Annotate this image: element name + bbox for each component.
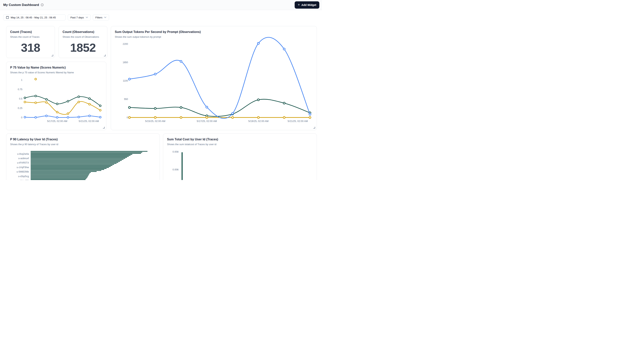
widget-title: Count (Observations) [59,26,107,34]
svg-text:1100: 1100 [123,80,128,82]
widget-tokens-per-second[interactable]: 05501100165022005/15/25, 02:00 AM5/17/25… [111,26,317,130]
widget-subtitle: Shows the count of Traces [6,34,55,38]
svg-text:5/21/25, 02:00 AM: 5/21/25, 02:00 AM [288,120,308,123]
widget-subtitle: Shows the p 90 latency of Traces by user… [6,141,160,146]
svg-text:5/17/25, 02:00 AM: 5/17/25, 02:00 AM [47,120,67,123]
widget-title: Count (Traces) [6,26,55,34]
svg-text:5/17/25, 02:00 AM: 5/17/25, 02:00 AM [197,120,217,123]
plus-icon: + [298,3,300,7]
widget-subtitle: Shows the sum totalcost of Traces by use… [163,141,317,146]
tokens-line-chart[interactable]: 05501100165022005/15/25, 02:00 AM5/17/25… [111,26,317,130]
svg-text:u-8sq2w4a: u-8sq2w4a [17,153,29,155]
widget-p90-latency[interactable]: u-8sq2w4au-aobnuxfu-tFAR5TXu-zVqP3hwu-5M… [6,134,160,180]
svg-text:0: 0 [21,116,22,119]
svg-text:0.75: 0.75 [18,88,22,91]
widget-subtitle: Shows the p 75 value of Scores Numeric f… [6,69,106,74]
filters-dropdown[interactable]: Filters [93,14,109,21]
resize-corner-icon[interactable] [314,127,315,129]
time-preset-dropdown[interactable]: Past 7 days [68,14,91,21]
widget-title: Sum Output Tokens Per Second by Prompt (… [111,26,317,34]
widget-total-cost[interactable]: 0.0060.008 Sum Total Cost by User Id (Tr… [163,134,317,180]
widget-title: P 75 Value by Name (Scores Numeric) [6,62,106,69]
chevron-down-icon [86,17,88,18]
page-title: My Custom Dashboard [3,3,39,7]
svg-text:u-5M8D56k: u-5M8D56k [16,170,29,173]
add-widget-label: Add Widget [301,4,316,7]
count-observations-value: 1852 [59,41,107,54]
svg-text:550: 550 [124,98,128,101]
add-widget-button[interactable]: + Add Widget [295,1,319,9]
filters-label: Filters [96,16,102,19]
widget-count-observations[interactable]: Count (Observations) Shows the count of … [58,26,107,58]
svg-text:0.008: 0.008 [172,151,178,153]
widget-subtitle: Shows the count of Observations [59,34,107,38]
resize-corner-icon[interactable] [103,127,105,129]
info-icon[interactable] [41,4,44,6]
svg-text:2200: 2200 [123,43,128,45]
svg-text:u-tFAR5TX: u-tFAR5TX [17,161,29,164]
resize-corner-icon[interactable] [104,55,106,56]
count-traces-value: 318 [6,41,55,54]
chevron-down-icon [104,17,106,18]
date-range-value: May 14, 25 : 08:45 - May 21, 25 : 08:45 [11,16,56,19]
svg-text:1: 1 [21,79,22,81]
svg-text:0: 0 [127,116,128,119]
svg-text:5/15/25, 02:00 AM: 5/15/25, 02:00 AM [145,120,166,123]
widget-title: P 90 Latency by User Id (Traces) [6,134,160,141]
svg-text:u-8fVa9T3: u-8fVa9T3 [18,179,29,180]
svg-text:1650: 1650 [123,61,128,64]
widget-title: Sum Total Cost by User Id (Traces) [163,134,317,141]
svg-text:u-zVqP3hw: u-zVqP3hw [17,166,29,169]
svg-text:u-aobnuxf: u-aobnuxf [18,157,29,160]
svg-text:5/21/25, 02:00 AM: 5/21/25, 02:00 AM [79,120,99,123]
calendar-icon [6,16,9,19]
svg-text:0.006: 0.006 [172,168,178,171]
time-preset-value: Past 7 days [70,16,84,19]
widget-p75-value[interactable]: 00.250.50.7515/17/25, 02:00 AM5/21/25, 0… [6,62,106,130]
svg-text:0.25: 0.25 [18,107,22,110]
date-range-picker[interactable]: May 14, 25 : 08:45 - May 21, 25 : 08:45 [3,14,66,21]
page-header: My Custom Dashboard + Add Widget [0,0,322,10]
dashboard-toolbar: May 14, 25 : 08:45 - May 21, 25 : 08:45 … [3,14,109,21]
svg-text:0.5: 0.5 [19,98,22,100]
svg-text:u-d3qr5cg: u-d3qr5cg [18,175,29,178]
svg-text:5/19/25, 02:00 AM: 5/19/25, 02:00 AM [248,120,268,123]
widget-count-traces[interactable]: Count (Traces) Shows the count of Traces… [6,26,55,58]
resize-corner-icon[interactable] [52,55,53,56]
widget-subtitle: Shows the sum output tokens/s by prompt [111,34,317,38]
